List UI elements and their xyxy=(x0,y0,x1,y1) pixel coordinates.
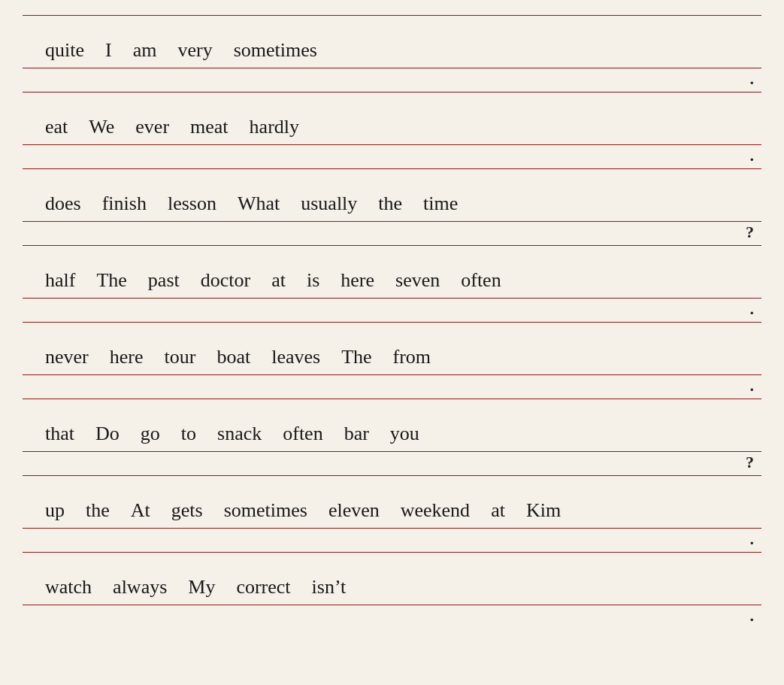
word-2-6: time xyxy=(423,192,458,215)
word-5-2: go xyxy=(141,423,160,445)
word-3-1: The xyxy=(96,269,126,292)
word-5-0: that xyxy=(45,423,74,445)
words-line-1: eatWeevermeathardly xyxy=(23,92,761,144)
word-6-6: weekend xyxy=(401,499,470,522)
word-0-1: I xyxy=(105,39,112,62)
punctuation-4: . xyxy=(750,376,755,396)
word-1-3: meat xyxy=(190,116,229,138)
word-3-5: is xyxy=(307,269,319,292)
answer-line-3: . xyxy=(23,298,761,322)
answer-line-5: ? xyxy=(23,451,761,475)
words-line-7: watchalwaysMycorrectisn’t xyxy=(23,552,761,605)
word-4-1: here xyxy=(110,346,144,368)
word-5-7: you xyxy=(390,423,419,445)
word-0-0: quite xyxy=(45,39,84,62)
word-2-4: usually xyxy=(301,192,357,215)
row-group-2: doesfinishlessonWhatusuallythetime? xyxy=(23,168,761,245)
words-line-2: doesfinishlessonWhatusuallythetime xyxy=(23,168,761,221)
row-group-6: uptheAtgetssometimeselevenweekendatKim. xyxy=(23,475,761,552)
row-group-1: eatWeevermeathardly. xyxy=(23,92,761,168)
word-6-4: sometimes xyxy=(224,499,307,522)
word-6-2: At xyxy=(131,499,150,522)
answer-line-7: . xyxy=(23,605,761,629)
answer-line-1: . xyxy=(23,144,761,168)
words-line-3: halfThepastdoctoratisheresevenoften xyxy=(23,245,761,298)
answer-line-6: . xyxy=(23,528,761,552)
row-group-3: halfThepastdoctoratisheresevenoften. xyxy=(23,245,761,322)
word-3-4: at xyxy=(271,269,286,292)
word-7-4: isn’t xyxy=(312,576,347,599)
answer-line-4: . xyxy=(23,374,761,399)
word-7-1: always xyxy=(113,576,167,599)
word-5-3: to xyxy=(181,423,196,445)
word-5-6: bar xyxy=(344,423,369,445)
word-6-8: Kim xyxy=(526,499,561,522)
word-6-3: gets xyxy=(171,499,203,522)
word-4-6: from xyxy=(393,346,431,368)
word-7-2: My xyxy=(188,576,215,599)
punctuation-6: . xyxy=(750,529,755,549)
word-6-1: the xyxy=(86,499,110,522)
word-5-5: often xyxy=(283,423,322,445)
answer-line-2: ? xyxy=(23,221,761,245)
words-line-0: quiteIamverysometimes xyxy=(23,15,761,68)
word-2-1: finish xyxy=(102,192,147,215)
row-group-7: watchalwaysMycorrectisn’t. xyxy=(23,552,761,629)
word-2-5: the xyxy=(378,192,402,215)
punctuation-2: ? xyxy=(746,223,754,242)
word-3-3: doctor xyxy=(201,269,250,292)
words-line-6: uptheAtgetssometimeselevenweekendatKim xyxy=(23,475,761,528)
word-5-4: snack xyxy=(217,423,262,445)
word-6-7: at xyxy=(491,499,505,522)
word-3-0: half xyxy=(45,269,75,292)
word-7-3: correct xyxy=(236,576,290,599)
answer-line-0: . xyxy=(23,68,761,92)
word-4-2: tour xyxy=(165,346,196,368)
word-4-4: leaves xyxy=(271,346,320,368)
word-3-8: often xyxy=(461,269,501,292)
punctuation-5: ? xyxy=(746,453,754,472)
word-0-3: very xyxy=(177,39,212,62)
punctuation-7: . xyxy=(750,606,755,626)
word-4-5: The xyxy=(341,346,371,368)
word-2-0: does xyxy=(45,192,81,215)
row-group-5: thatDogotosnackoftenbaryou? xyxy=(23,399,761,475)
word-2-2: lesson xyxy=(168,192,216,215)
word-1-4: hardly xyxy=(250,116,299,138)
word-4-0: never xyxy=(45,346,89,368)
word-5-1: Do xyxy=(95,423,120,445)
words-line-5: thatDogotosnackoftenbaryou xyxy=(23,399,761,451)
word-1-2: ever xyxy=(135,116,169,138)
word-2-3: What xyxy=(238,192,280,215)
word-3-7: seven xyxy=(395,269,440,292)
word-6-0: up xyxy=(45,499,65,522)
punctuation-3: . xyxy=(750,299,755,319)
punctuation-0: . xyxy=(750,69,755,89)
words-line-4: neverheretourboatleavesThefrom xyxy=(23,322,761,374)
row-group-4: neverheretourboatleavesThefrom. xyxy=(23,322,761,399)
word-0-4: sometimes xyxy=(234,39,317,62)
word-0-2: am xyxy=(133,39,157,62)
row-group-0: quiteIamverysometimes. xyxy=(23,15,761,92)
word-1-0: eat xyxy=(45,116,68,138)
word-3-6: here xyxy=(341,269,374,292)
punctuation-1: . xyxy=(750,146,755,165)
exercise-container: quiteIamverysometimes.eatWeevermeathardl… xyxy=(0,8,784,636)
word-3-2: past xyxy=(148,269,180,292)
word-1-1: We xyxy=(89,116,114,138)
word-7-0: watch xyxy=(45,576,92,599)
word-4-3: boat xyxy=(216,346,250,368)
word-6-5: eleven xyxy=(328,499,380,522)
